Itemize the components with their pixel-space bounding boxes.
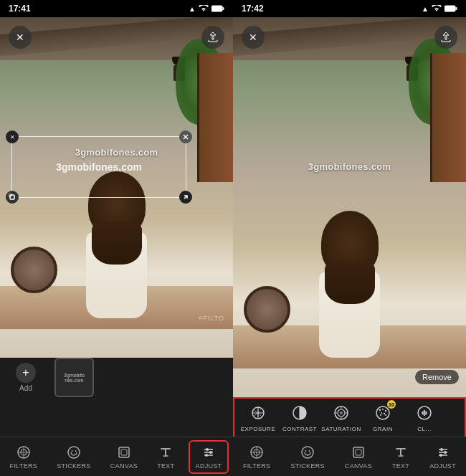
add-button-area[interactable]: + Add [4,358,47,397]
grain-badge: 10 [387,400,396,409]
left-panel: 17:41 ▲ [0,0,233,476]
exposure-label: EXPOSURE [241,426,275,432]
svg-point-28 [380,414,381,416]
share-button-left[interactable] [201,26,224,49]
battery-icon-right [444,5,457,12]
thumbnail-item[interactable]: 3gmobifo nes.com [54,358,94,397]
adjust-exposure[interactable]: EXPOSURE [237,403,279,432]
handle-br[interactable] [179,191,192,204]
svg-point-26 [381,412,382,414]
contrast-label: CONTRAST [282,426,317,432]
door-right [430,53,466,182]
handle-bl[interactable] [6,191,19,204]
adjust-toolbar: EXPOSURE CONTRAST SATURATIO [233,397,466,437]
svg-point-6 [68,447,80,458]
svg-rect-38 [356,449,361,455]
filters-label-right: FILTERS [243,462,270,470]
close-icon-left: ✕ [16,32,24,43]
filters-icon-right [249,444,265,460]
svg-point-12 [209,451,212,454]
svg-point-21 [340,411,343,414]
right-panel: 17:42 ▲ [233,0,466,476]
nav-tab-stickers-right[interactable]: STICKERS [285,442,330,472]
nav-tab-adjust-right[interactable]: ADJUST [424,442,462,472]
nav-tab-stickers-left[interactable]: STICKERS [51,442,96,472]
svg-point-29 [385,414,386,416]
left-bottom-toolbar: + Add 3gmobifo nes.com [0,358,233,437]
svg-rect-2 [10,195,14,199]
nav-tab-text-left[interactable]: TEXT [151,442,180,472]
saturation-icon [331,403,351,423]
wifi-icon-right [432,5,442,12]
adjust-saturation[interactable]: SATURATION [320,403,362,432]
canvas-label-left: CANVAS [110,462,138,470]
adjust-label-right: ADJUST [429,462,456,470]
svg-rect-1 [223,7,224,10]
svg-point-7 [71,450,72,452]
exposure-icon [248,403,268,423]
canvas-label-right: CANVAS [345,462,372,470]
svg-point-17 [256,411,260,415]
svg-rect-0 [211,6,222,11]
signal-icon-right: ▲ [422,5,429,13]
remove-button[interactable]: Remove [415,370,459,384]
stickers-icon-right [300,444,315,460]
adjust-icon-right [435,444,451,460]
nav-tab-filters-left[interactable]: FILTERS [4,442,43,472]
svg-point-8 [75,450,76,452]
photo-area-left: 3gmobifones.com #FILTO ✕ 3gmobifones.com… [0,17,233,358]
filters-icon-left [16,444,32,460]
svg-point-11 [206,448,209,451]
nav-tab-filters-right[interactable]: FILTERS [237,442,276,472]
add-circle: + [16,363,36,383]
svg-point-39 [440,448,443,451]
status-bar-right: 17:42 ▲ [233,0,466,17]
svg-point-35 [305,450,307,452]
svg-point-41 [439,454,442,457]
svg-point-27 [384,413,385,414]
svg-point-25 [385,410,386,411]
signal-icon-left: ▲ [189,5,196,13]
close-button-right[interactable]: ✕ [242,26,265,49]
clarity-label: CL... [417,426,431,432]
status-time-left: 17:41 [9,4,31,14]
svg-point-24 [382,409,384,410]
battery-icon-left [211,5,224,12]
svg-rect-37 [353,447,363,457]
text-selection-content: 3gmobifones.com [12,137,186,197]
adjust-clarity[interactable]: CL... [404,403,445,432]
text-icon-right [393,444,409,460]
svg-rect-14 [444,6,455,11]
site-watermark-right: 3gmobifones.com [308,161,391,172]
svg-point-40 [444,451,447,454]
svg-point-22 [376,406,389,419]
nav-tab-canvas-left[interactable]: CANVAS [105,442,143,472]
wifi-icon-left [199,5,209,12]
nav-tab-adjust-left[interactable]: ADJUST [189,440,229,474]
mirror-right [244,286,290,333]
share-button-right[interactable] [434,26,457,49]
nav-tab-text-right[interactable]: TEXT [386,442,415,472]
stickers-icon-left [66,444,82,460]
svg-point-34 [302,447,313,458]
add-label: Add [19,384,32,392]
nav-tab-canvas-right[interactable]: CANVAS [339,442,378,472]
svg-point-36 [309,450,310,452]
status-icons-right: ▲ [422,5,457,13]
text-selection-box[interactable]: 3gmobifones.com ✕ [11,136,186,198]
photo-bg-right: 3gmobifones.com [233,17,466,397]
photo-area-right: 3gmobifones.com ✕ Remove [233,17,466,397]
svg-point-13 [205,454,208,457]
adjust-grain[interactable]: 10 GRAIN [362,403,404,432]
adjust-contrast[interactable]: CONTRAST [279,403,320,432]
person-right [318,211,382,354]
filto-tag-left: #FILTO [199,315,224,322]
status-time-right: 17:42 [242,4,264,14]
canvas-icon-right [351,444,366,460]
person-hair-right [321,211,379,275]
clarity-icon [414,403,434,423]
svg-rect-9 [119,447,129,457]
close-button-left[interactable]: ✕ [9,26,32,49]
thumbnail-text: 3gmobifo nes.com [64,373,85,383]
text-label-right: TEXT [392,462,409,470]
